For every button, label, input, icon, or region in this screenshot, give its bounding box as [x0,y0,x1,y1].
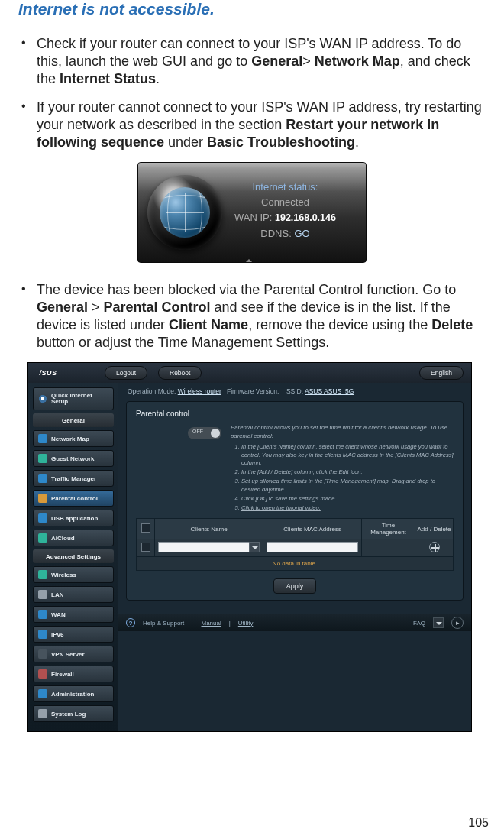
text: > [302,53,315,69]
sidebar-item-guest-network[interactable]: Guest Network [33,450,114,467]
sidebar-item-aicloud[interactable]: AiCloud [33,530,114,546]
client-mac-input[interactable] [267,542,358,552]
network-map-icon [38,434,47,443]
sidebar-item-ipv6[interactable]: IPv6 [33,626,114,643]
sidebar-item-firewall[interactable]: Firewall [33,666,114,682]
usb-icon [38,513,47,523]
sidebar-item-parental-control[interactable]: Parental control [33,490,114,507]
page-number: 105 [468,816,489,830]
internet-status-card: Internet status: Connected WAN IP: 192.1… [137,162,367,263]
client-name-dropdown[interactable] [249,542,260,552]
sidebar-item-system-log[interactable]: System Log [33,705,114,722]
row-checkbox[interactable] [141,543,150,552]
parental-icon [38,494,47,503]
sidebar-item-wan[interactable]: WAN [33,606,114,623]
text: > [88,300,104,315]
status-value: Connected [234,195,336,210]
opmode-value[interactable]: Wireless router [178,387,221,395]
parental-toggle[interactable]: OFF [188,427,221,439]
text: under [164,134,207,150]
lan-icon [38,590,47,599]
toggle-label: OFF [192,429,203,434]
page-rule [0,808,504,808]
sidebar-item-label: Parental control [51,495,98,502]
apply-button[interactable]: Apply [273,578,317,594]
content-header: Operation Mode: Wireless router Firmware… [118,383,471,398]
parental-control-panel: Parental control OFF Parental control al… [126,401,464,601]
bullet-item: If your router cannot connect to your IS… [20,99,486,151]
utility-link[interactable]: Utility [238,620,254,627]
globe-icon [147,175,222,250]
time-management-cell: -- [362,539,415,557]
aicloud-icon [38,533,47,543]
text: The device has been blocked via the Pare… [37,282,456,297]
sidebar-item-wireless[interactable]: Wireless [33,566,114,583]
manual-link[interactable]: Manual [202,620,221,627]
text-bold: Client Name [169,317,248,332]
sidebar-item-usb-application[interactable]: USB application [33,510,114,526]
sidebar-item-network-map[interactable]: Network Map [33,430,114,447]
log-icon [38,709,47,718]
sidebar-item-label: VPN Server [51,651,85,658]
select-all-checkbox[interactable] [141,523,150,533]
brand-logo: /SUS [28,369,68,377]
ssid-value: ASUS ASUS_5G [305,387,354,395]
sidebar-item-qis[interactable]: Quick Internet Setup [33,387,114,410]
add-row-button[interactable] [429,542,440,552]
no-data-message: No data in table. [136,557,454,571]
logout-button[interactable]: Logout [105,366,147,380]
sidebar-section-general: General [33,413,114,427]
parental-control-table: Clients Name Clients MAC Address Time Ma… [136,518,454,557]
vpn-icon [38,649,47,659]
sidebar-item-label: System Log [51,711,86,718]
guest-network-icon [38,454,47,463]
section-heading: Internet is not accessible. [18,0,486,18]
ipv6-icon [38,630,47,639]
step-item: Set up allowed time limits in the [Time … [241,478,454,494]
opmode-label: Operation Mode: [128,387,176,395]
col-time-management: Time Management [362,519,415,539]
tutorial-video-link[interactable]: Click to open the tutorial video. [241,504,321,511]
sidebar-item-label: Wireless [51,572,76,578]
firewall-icon [38,669,47,679]
panel-title: Parental control [136,410,454,418]
col-add-delete: Add / Delete [415,519,454,539]
text-bold: Delete [431,317,473,332]
wireless-icon [38,570,47,579]
sidebar-item-lan[interactable]: LAN [33,586,114,603]
faq-dropdown[interactable] [433,617,444,628]
step-item: In the [Clients Name] column, select the… [241,443,454,467]
text: . [355,134,359,150]
panel-description: Parental control allows you to set the t… [231,424,454,440]
sidebar-section-advanced: Advanced Settings [33,549,114,563]
step-item: In the [Add / Delete] column, click the … [241,468,454,476]
text: button or adjust the Time Management Set… [37,335,329,350]
col-clients-name: Clients Name [155,519,263,539]
wan-ip-value: 192.168.0.146 [275,212,336,223]
ddns-label: DDNS: [260,228,291,239]
col-clients-mac: Clients MAC Address [263,519,362,539]
text-bold: Internet Status [60,71,156,86]
traffic-icon [38,474,47,483]
bullet-item: Check if your router can connect to your… [20,35,486,88]
sidebar-item-vpn-server[interactable]: VPN Server [33,646,114,662]
ssid-label: SSID: [286,387,303,395]
text: . [156,71,160,86]
sidebar-item-label: USB application [51,515,98,522]
ddns-go-link[interactable]: GO [294,228,309,239]
faq-label: FAQ [413,620,425,627]
status-label: Internet status: [234,180,336,195]
client-name-input[interactable] [158,542,250,552]
sidebar-item-label: LAN [51,591,63,598]
text-bold: General [251,53,302,69]
faq-go-button[interactable]: ▸ [451,617,464,629]
language-dropdown[interactable]: English [419,366,464,380]
reboot-button[interactable]: Reboot [158,366,202,380]
sidebar-item-label: Firewall [51,671,74,678]
sidebar-item-label: IPv6 [51,631,63,638]
wan-icon [38,610,47,619]
sidebar-item-label: Administration [51,691,94,698]
sidebar-item-label: Network Map [51,436,89,442]
sidebar-item-traffic-manager[interactable]: Traffic Manager [33,470,114,487]
sidebar-item-administration[interactable]: Administration [33,685,114,702]
